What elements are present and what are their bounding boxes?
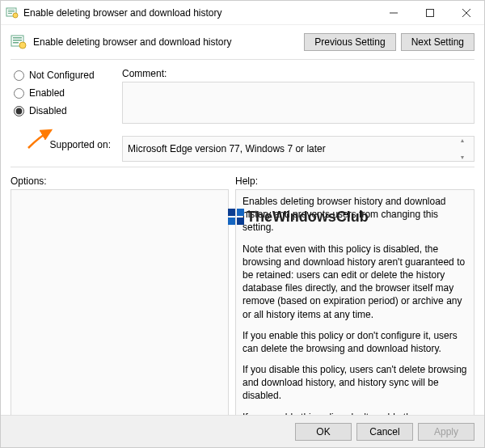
radio-input-not-configured[interactable]: [14, 70, 24, 81]
svg-point-13: [19, 42, 26, 49]
radio-label: Not Configured: [29, 70, 95, 81]
scroll-hint-icon: ▴▾: [461, 137, 472, 161]
footer: OK Cancel Apply: [1, 415, 484, 447]
comment-label: Comment:: [122, 68, 474, 79]
header: Enable deleting browser and download his…: [11, 33, 474, 51]
svg-rect-1: [8, 10, 15, 11]
apply-button[interactable]: Apply: [418, 423, 474, 441]
policy-icon: [11, 34, 27, 50]
help-text: If you enable this policy or don't confi…: [242, 329, 467, 355]
minimize-button[interactable]: [375, 1, 411, 24]
options-label: Options:: [11, 175, 229, 187]
close-button[interactable]: [448, 1, 484, 24]
radio-not-configured[interactable]: Not Configured: [14, 70, 116, 81]
help-text: Enables deleting browser history and dow…: [242, 195, 467, 235]
help-label: Help:: [235, 175, 474, 187]
page-title: Enable deleting browser and download his…: [33, 36, 232, 48]
window-controls: [375, 1, 484, 24]
window-title: Enable deleting browser and download his…: [23, 7, 222, 19]
help-panel[interactable]: Enables deleting browser history and dow…: [235, 189, 474, 430]
supported-on-label: Supported on:: [11, 136, 116, 150]
policy-icon: [6, 6, 19, 19]
radio-enabled[interactable]: Enabled: [14, 87, 116, 99]
comment-textarea[interactable]: [122, 82, 474, 124]
maximize-button[interactable]: [411, 1, 448, 24]
radio-input-enabled[interactable]: [14, 88, 24, 99]
radio-input-disabled[interactable]: [14, 106, 24, 116]
divider: [11, 59, 474, 60]
divider: [11, 167, 474, 167]
radio-disabled[interactable]: Disabled: [14, 105, 116, 116]
titlebar: Enable deleting browser and download his…: [1, 1, 484, 25]
previous-setting-button[interactable]: Previous Setting: [304, 33, 395, 51]
svg-rect-12: [13, 42, 19, 44]
svg-rect-3: [8, 13, 12, 14]
supported-on-field: Microsoft Edge version 77, Windows 7 or …: [122, 136, 474, 162]
options-panel[interactable]: [11, 189, 229, 430]
svg-rect-6: [426, 9, 433, 16]
next-setting-button[interactable]: Next Setting: [401, 33, 474, 51]
svg-rect-11: [13, 40, 22, 41]
svg-point-4: [13, 13, 18, 18]
ok-button[interactable]: OK: [295, 423, 352, 441]
supported-on-value: Microsoft Edge version 77, Windows 7 or …: [128, 143, 326, 154]
radio-label: Disabled: [29, 105, 67, 116]
help-text: Note that even with this policy is disab…: [242, 243, 467, 321]
state-radio-group: Not Configured Enabled Disabled: [11, 68, 116, 126]
help-text: If you disable this policy, users can't …: [242, 363, 467, 403]
svg-rect-10: [13, 37, 22, 39]
svg-rect-2: [8, 11, 15, 12]
cancel-button[interactable]: Cancel: [356, 423, 413, 441]
radio-label: Enabled: [29, 87, 65, 99]
